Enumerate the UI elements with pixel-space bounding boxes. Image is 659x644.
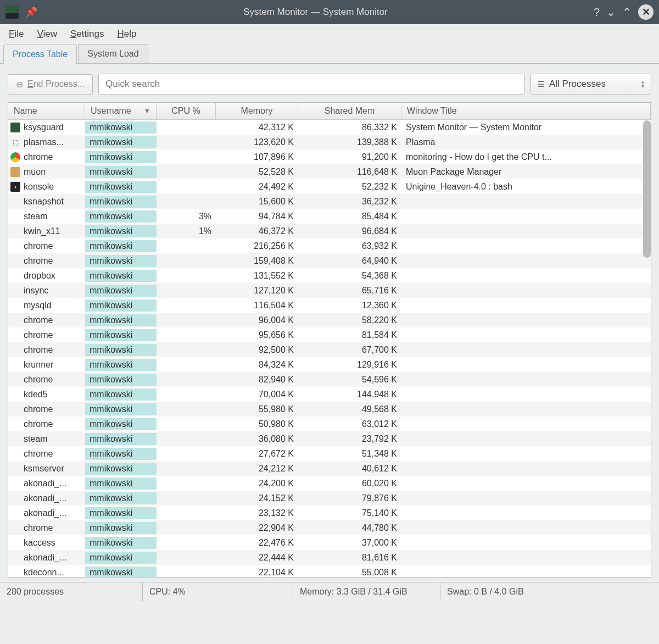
table-row[interactable]: kded5mmikowski70,004 K144,948 K — [8, 387, 651, 402]
minimize-icon[interactable]: ⌄ — [606, 5, 616, 19]
table-row[interactable]: chromemmikowski216,256 K63,932 K — [8, 238, 651, 253]
cell-shm: 139,388 K — [298, 136, 401, 148]
col-shared-mem[interactable]: Shared Mem — [298, 103, 401, 119]
cell-win: System Monitor — System Monitor — [401, 121, 651, 134]
cell-shm: 54,368 K — [298, 270, 401, 282]
cell-mem: 24,212 K — [216, 463, 298, 475]
tab-system-load[interactable]: System Load — [78, 44, 148, 63]
search-input[interactable] — [98, 74, 525, 95]
cell-shm: 129,916 K — [298, 359, 401, 371]
cell-cpu — [157, 245, 216, 247]
tab-process-table[interactable]: Process Table — [3, 45, 77, 64]
pin-icon[interactable]: 📌 — [25, 6, 37, 18]
close-icon[interactable]: ✕ — [638, 4, 654, 20]
table-row[interactable]: chromemmikowski22,904 K44,780 K — [8, 520, 651, 535]
tree-icon: ☰ — [538, 80, 545, 88]
menu-view[interactable]: View — [37, 29, 57, 40]
table-row[interactable]: chromemmikowski82,940 K54,596 K — [8, 372, 651, 387]
end-process-button[interactable]: ⊖ End Process... — [8, 74, 93, 95]
table-row[interactable]: steammmikowski36,080 K23,792 K — [8, 431, 651, 446]
cell-mem: 15,600 K — [216, 196, 298, 208]
cell-name: ksysguard — [8, 121, 85, 134]
col-username[interactable]: Username▼ — [85, 103, 157, 119]
table-row[interactable]: kwin_x11mmikowski1%46,372 K96,684 K — [8, 224, 651, 238]
table-row[interactable]: mysqldmmikowski116,504 K12,360 K — [8, 298, 651, 313]
cell-cpu — [157, 186, 216, 188]
cell-user: mmikowski — [85, 344, 157, 356]
table-row[interactable]: chromemmikowski27,672 K51,348 K — [8, 446, 651, 461]
table-row[interactable]: kdeconn...mmikowski22,104 K55,008 K — [8, 565, 651, 578]
col-window-title[interactable]: Window Title — [401, 103, 651, 119]
cell-name: ksnapshot — [8, 196, 85, 208]
maximize-icon[interactable]: ⌃ — [622, 5, 632, 19]
cell-user: mmikowski — [85, 270, 157, 282]
cell-shm: 36,232 K — [298, 196, 401, 208]
cell-cpu — [157, 334, 216, 336]
cell-win — [401, 393, 651, 396]
table-row[interactable]: ksysguardmmikowski42,312 K86,332 KSystem… — [8, 120, 651, 135]
table-row[interactable]: chromemmikowski95,656 K81,584 K — [8, 327, 651, 342]
status-processes: 280 processes — [0, 582, 143, 601]
table-row[interactable]: chromemmikowski159,408 K64,940 K — [8, 253, 651, 268]
help-icon[interactable]: ? — [594, 6, 600, 19]
table-row[interactable]: chromemmikowski50,980 K63,012 K — [8, 417, 651, 431]
filter-dropdown[interactable]: ☰All Processes ▴▾ — [530, 74, 651, 95]
cell-mem: 23,132 K — [216, 507, 298, 519]
cell-cpu — [157, 126, 216, 129]
col-name[interactable]: Name — [8, 103, 85, 119]
table-row[interactable]: akonadi_...mmikowski22,444 K81,616 K — [8, 550, 651, 565]
cell-name: ⬚plasmas... — [8, 136, 85, 148]
table-row[interactable]: kaccessmmikowski22,476 K37,000 K — [8, 535, 651, 550]
table-row[interactable]: muonmmikowski52,528 K116,648 KMuon Packa… — [8, 164, 651, 179]
table-row[interactable]: ›konsolemmikowski24,492 K52,232 KUnigine… — [8, 179, 651, 194]
cell-user: mmikowski — [85, 359, 157, 371]
scrollbar[interactable] — [643, 120, 651, 258]
cell-mem: 22,476 K — [216, 537, 298, 549]
table-row[interactable]: chromemmikowski107,896 K91,200 Kmonitori… — [8, 149, 651, 164]
menu-file[interactable]: File — [9, 29, 24, 40]
col-cpu[interactable]: CPU % — [157, 103, 216, 119]
table-row[interactable]: akonadi_...mmikowski23,132 K75,140 K — [8, 506, 651, 520]
cell-win — [401, 290, 651, 292]
table-row[interactable]: chromemmikowski55,980 K49,568 K — [8, 402, 651, 417]
table-row[interactable]: ⬚plasmas...mmikowski123,620 K139,388 KPl… — [8, 135, 651, 149]
cell-name: chrome — [8, 522, 85, 534]
cell-win — [401, 379, 651, 381]
cell-cpu — [157, 527, 216, 529]
cell-cpu: 3% — [157, 210, 216, 223]
cell-mem: 84,324 K — [216, 359, 298, 371]
cell-mem: 107,896 K — [216, 151, 298, 163]
table-row[interactable]: krunnermmikowski84,324 K129,916 K — [8, 357, 651, 372]
menu-settings[interactable]: Settings — [70, 29, 104, 40]
table-row[interactable]: steammmikowski3%94,784 K85,484 K — [8, 209, 651, 224]
cell-user: mmikowski — [85, 492, 157, 504]
cell-mem: 22,904 K — [216, 522, 298, 534]
cell-win: Plasma — [401, 136, 651, 148]
menu-help[interactable]: Help — [117, 29, 136, 40]
toolbar: ⊖ End Process... ☰All Processes ▴▾ — [0, 64, 659, 102]
cell-mem: 159,408 K — [216, 255, 298, 267]
col-memory[interactable]: Memory — [216, 103, 298, 119]
table-row[interactable]: ksnapshotmmikowski15,600 K36,232 K — [8, 194, 651, 209]
table-row[interactable]: chromemmikowski96,004 K58,220 K — [8, 313, 651, 327]
cell-mem: 131,552 K — [216, 270, 298, 282]
window-title: System Monitor — System Monitor — [37, 7, 594, 18]
cell-shm: 49,568 K — [298, 403, 401, 415]
table-row[interactable]: ksmservermmikowski24,212 K40,612 K — [8, 461, 651, 476]
cell-name: akonadi_... — [8, 492, 85, 504]
cell-win — [401, 497, 651, 499]
cell-name: ksmserver — [8, 463, 85, 475]
table-row[interactable]: akonadi_...mmikowski24,200 K60,020 K — [8, 476, 651, 491]
cell-cpu: 1% — [157, 225, 216, 237]
cell-mem: 24,152 K — [216, 492, 298, 504]
cell-mem: 22,104 K — [216, 567, 298, 578]
table-row[interactable]: chromemmikowski92,500 K67,700 K — [8, 342, 651, 357]
cell-cpu — [157, 275, 216, 277]
table-row[interactable]: akonadi_...mmikowski24,152 K79,876 K — [8, 491, 651, 506]
table-row[interactable]: insyncmmikowski127,120 K65,716 K — [8, 283, 651, 298]
cell-cpu — [157, 512, 216, 514]
table-row[interactable]: dropboxmmikowski131,552 K54,368 K — [8, 268, 651, 283]
cell-shm: 116,648 K — [298, 166, 401, 178]
cell-user: mmikowski — [85, 478, 157, 490]
cell-cpu — [157, 156, 216, 158]
